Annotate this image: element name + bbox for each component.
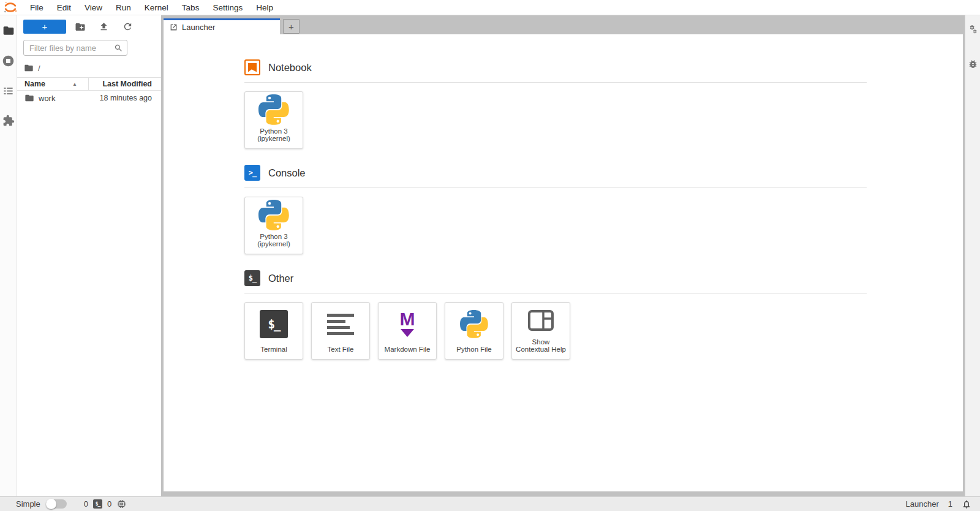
menu-edit[interactable]: Edit (50, 3, 78, 12)
filter-files-input[interactable] (23, 40, 127, 56)
terminals-count: 0 (84, 499, 88, 509)
search-icon (114, 44, 123, 53)
notifications-count[interactable]: 1 (948, 499, 952, 509)
kernels-count: 0 (107, 499, 111, 509)
card-label-line1: Markdown File (385, 346, 431, 354)
card-label-line2: (ipykernel) (257, 135, 290, 143)
tab-launcher-label: Launcher (182, 23, 215, 32)
extension-manager-tab-icon[interactable] (2, 114, 15, 127)
new-folder-button[interactable] (70, 20, 90, 34)
card-label-line1: Show (516, 338, 566, 346)
terminal-status-icon: $_ (93, 499, 102, 509)
kernel-sessions-status[interactable]: 0 $_ 0 (84, 499, 127, 509)
tab-bar: Launcher + (164, 15, 963, 34)
card-label-line1: Terminal (260, 346, 287, 354)
menu-file[interactable]: File (23, 3, 50, 12)
simple-mode-toggle[interactable] (46, 499, 67, 509)
card-label-line1: Python 3 (257, 127, 290, 135)
jupyter-logo-icon (2, 0, 18, 15)
launcher-card-console-python3[interactable]: Python 3 (ipykernel) (244, 197, 303, 254)
file-last-modified: 18 minutes ago (83, 94, 161, 102)
upload-button[interactable] (94, 20, 114, 34)
launcher-card-markdown-file[interactable]: M Markdown File (378, 302, 437, 360)
file-list-header: Name ▲ Last Modified (17, 77, 161, 91)
card-label-line1: Python File (456, 346, 492, 354)
launcher-card-python-file[interactable]: Python File (445, 302, 503, 360)
current-context-label: Launcher (906, 499, 939, 509)
terminal-section-icon: $_ (244, 270, 260, 286)
card-label-line2: (ipykernel) (257, 240, 290, 248)
section-title-notebook: Notebook (268, 62, 312, 74)
file-browser-tab-icon[interactable] (2, 24, 15, 37)
menu-view[interactable]: View (78, 3, 109, 12)
refresh-button[interactable] (118, 20, 138, 34)
python-icon (245, 92, 303, 127)
sort-ascending-icon: ▲ (72, 81, 77, 87)
launcher-tab-icon (170, 23, 178, 31)
kernel-status-icon (116, 499, 127, 509)
breadcrumb[interactable]: / (17, 59, 161, 77)
card-label-line2: Contextual Help (516, 346, 566, 354)
section-title-console: Console (268, 167, 306, 179)
filter-files-field[interactable] (29, 44, 114, 53)
launcher-section-console: >_ Console Python 3 (ipykernel) (244, 165, 867, 254)
markdown-icon: M (400, 311, 415, 337)
left-activity-bar (0, 15, 17, 496)
file-row-work[interactable]: work 18 minutes ago (17, 91, 161, 105)
contextual-help-icon (512, 303, 570, 338)
right-activity-bar (965, 15, 980, 496)
card-label-line1: Python 3 (257, 233, 290, 241)
main-area: + / Name ▲ Last Modi (0, 15, 980, 496)
table-of-contents-tab-icon[interactable] (2, 84, 15, 97)
menu-settings[interactable]: Settings (206, 3, 249, 12)
running-sessions-tab-icon[interactable] (2, 54, 15, 67)
property-inspector-tab-icon[interactable] (966, 23, 979, 36)
python-icon (245, 197, 303, 233)
launcher-panel: Notebook Python 3 (ipykernel) (164, 34, 963, 491)
menu-run[interactable]: Run (109, 3, 138, 12)
card-label-line1: Text File (328, 346, 354, 354)
python-icon (445, 303, 503, 346)
column-header-name[interactable]: Name ▲ (17, 78, 89, 90)
bell-icon[interactable] (962, 499, 971, 509)
notebook-icon (244, 59, 260, 75)
breadcrumb-root[interactable]: / (38, 64, 40, 73)
menu-help[interactable]: Help (249, 3, 280, 12)
menu-kernel[interactable]: Kernel (138, 3, 175, 12)
menu-bar: File Edit View Run Kernel Tabs Settings … (0, 0, 980, 15)
text-file-icon (327, 314, 354, 335)
file-browser-toolbar: + (17, 15, 161, 37)
launcher-card-show-contextual-help[interactable]: Show Contextual Help (511, 302, 570, 360)
dock-panel: Launcher + Notebook (161, 15, 965, 496)
launcher-card-text-file[interactable]: Text File (311, 302, 370, 360)
section-title-other: Other (268, 273, 293, 284)
menu-tabs[interactable]: Tabs (175, 3, 206, 12)
new-launcher-button[interactable]: + (23, 20, 66, 34)
new-tab-button[interactable]: + (283, 19, 300, 34)
launcher-section-other: $_ Other $_ Terminal (244, 270, 867, 360)
status-bar: Simple 0 $_ 0 Launcher 1 (0, 496, 980, 511)
folder-icon (24, 93, 34, 103)
file-name: work (39, 94, 55, 103)
launcher-section-notebook: Notebook Python 3 (ipykernel) (244, 59, 867, 149)
terminal-icon: $_ (260, 310, 288, 338)
column-header-last-modified[interactable]: Last Modified (89, 80, 161, 88)
launcher-card-terminal[interactable]: $_ Terminal (244, 302, 303, 360)
console-icon: >_ (244, 165, 260, 181)
launcher-card-notebook-python3[interactable]: Python 3 (ipykernel) (244, 91, 303, 149)
tab-launcher[interactable]: Launcher (164, 18, 280, 34)
debugger-tab-icon[interactable] (966, 57, 979, 70)
simple-mode-label: Simple (16, 499, 40, 509)
home-folder-icon (24, 63, 34, 73)
file-browser-panel: + / Name ▲ Last Modi (17, 15, 161, 496)
